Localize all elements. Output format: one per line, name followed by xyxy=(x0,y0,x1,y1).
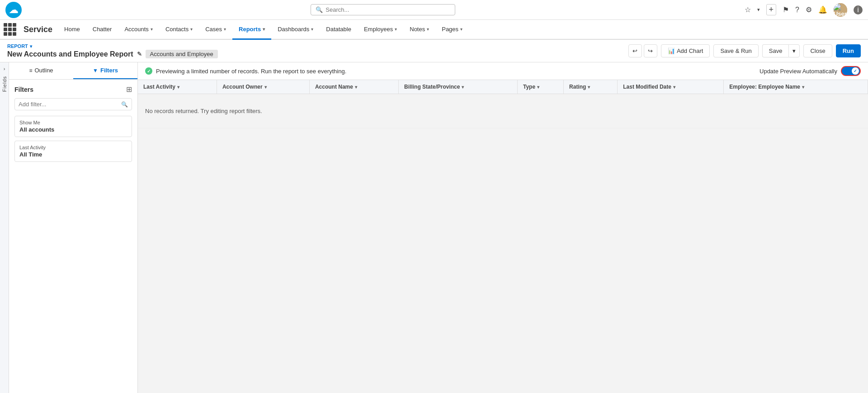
chart-icon: 📊 xyxy=(668,47,675,54)
nav-item-chatter[interactable]: Chatter xyxy=(86,20,118,40)
nav-bar: Service Home Chatter Accounts ▾ Contacts… xyxy=(0,20,868,40)
report-header-right: ↩ ↪ 📊 Add Chart Save & Run Save ▾ Close … xyxy=(628,44,861,57)
info-icon[interactable]: i xyxy=(854,5,863,14)
filter-value-last-activity: All Time xyxy=(19,151,127,158)
table-row-empty: No records returned. Try editing report … xyxy=(138,94,868,128)
nav-item-cases[interactable]: Cases ▾ xyxy=(199,20,232,40)
add-chart-button[interactable]: 📊 Add Chart xyxy=(661,44,710,57)
save-button-group: Save ▾ xyxy=(762,44,800,57)
preview-text: ✓ Previewing a limited number of records… xyxy=(145,67,346,75)
col-last-modified-date: Last Modified Date ▾ xyxy=(618,80,724,94)
nav-item-dashboards[interactable]: Dashboards ▾ xyxy=(271,20,320,40)
report-header: REPORT ▾ New Accounts and Employee Repor… xyxy=(0,40,868,62)
col-type: Type ▾ xyxy=(517,80,563,94)
col-billing-state: Billing State/Province ▾ xyxy=(399,80,518,94)
report-label: REPORT ▾ xyxy=(7,43,218,49)
toggle-knob: ✓ xyxy=(852,67,859,75)
avatar[interactable] xyxy=(834,3,847,17)
run-button[interactable]: Run xyxy=(836,44,861,57)
redo-button[interactable]: ↪ xyxy=(644,44,657,57)
add-filter-input[interactable] xyxy=(19,101,119,108)
report-label-chevron-icon[interactable]: ▾ xyxy=(30,44,32,49)
filter-item-show-me[interactable]: Show Me All accounts xyxy=(14,116,132,137)
chevron-down-icon[interactable]: ▾ xyxy=(757,7,760,13)
col-type-arrow-icon[interactable]: ▾ xyxy=(537,85,539,90)
question-icon[interactable]: ? xyxy=(795,6,799,14)
col-account-owner-arrow-icon[interactable]: ▾ xyxy=(264,85,267,90)
star-icon[interactable]: ☆ xyxy=(745,5,751,14)
col-rating-arrow-icon[interactable]: ▾ xyxy=(588,85,590,90)
nav-item-notes[interactable]: Notes ▾ xyxy=(403,20,435,40)
nav-item-accounts[interactable]: Accounts ▾ xyxy=(118,20,159,40)
edit-icon[interactable]: ✎ xyxy=(137,51,142,57)
side-toggle[interactable]: › Fields xyxy=(0,62,9,393)
notes-chevron-icon: ▾ xyxy=(427,27,429,32)
tab-filters[interactable]: ▼ Filters xyxy=(73,62,137,79)
add-icon[interactable]: + xyxy=(766,4,777,15)
side-toggle-label: Fields xyxy=(2,76,7,92)
filter-item-last-activity[interactable]: Last Activity All Time xyxy=(14,141,132,162)
bell-icon[interactable]: 🔔 xyxy=(818,5,827,14)
col-account-name: Account Name ▾ xyxy=(309,80,398,94)
gear-icon[interactable]: ⚙ xyxy=(806,5,812,14)
col-employee-name-arrow-icon[interactable]: ▾ xyxy=(802,85,804,90)
salesforce-logo[interactable]: ☁ xyxy=(5,2,22,18)
top-bar: ☁ 🔍 ☆ ▾ + ⚑ ? ⚙ 🔔 i xyxy=(0,0,868,20)
logo-cloud-icon: ☁ xyxy=(9,5,18,15)
col-employee-name: Employee: Employee Name ▾ xyxy=(724,80,868,94)
save-button[interactable]: Save xyxy=(762,44,789,57)
no-records-message: No records returned. Try editing report … xyxy=(138,94,868,128)
col-billing-state-arrow-icon[interactable]: ▾ xyxy=(462,85,464,90)
nav-item-home[interactable]: Home xyxy=(58,20,86,40)
nav-item-employees[interactable]: Employees ▾ xyxy=(358,20,403,40)
filter-icon: ▼ xyxy=(93,67,98,74)
col-account-owner: Account Owner ▾ xyxy=(217,80,309,94)
col-last-activity: Last Activity ▾ xyxy=(138,80,217,94)
nav-item-pages[interactable]: Pages ▾ xyxy=(435,20,469,40)
accounts-chevron-icon: ▾ xyxy=(151,27,153,32)
nav-item-contacts[interactable]: Contacts ▾ xyxy=(159,20,199,40)
filter-label-last-activity: Last Activity xyxy=(19,145,127,150)
nav-item-reports[interactable]: Reports ▾ xyxy=(232,20,271,40)
flag-icon[interactable]: ⚑ xyxy=(783,5,789,14)
nav-item-datatable[interactable]: Datatable xyxy=(320,20,358,40)
undo-button[interactable]: ↩ xyxy=(628,44,642,57)
table-header-row: Last Activity ▾ Account Owner ▾ xyxy=(138,80,868,94)
close-button[interactable]: Close xyxy=(803,44,832,57)
col-last-activity-arrow-icon[interactable]: ▾ xyxy=(177,85,179,90)
outline-icon: ≡ xyxy=(29,67,32,74)
app-launcher-icon[interactable] xyxy=(4,23,16,36)
save-chevron-icon: ▾ xyxy=(793,47,796,54)
filter-add-button[interactable]: ⊞ xyxy=(126,85,132,94)
report-table: Last Activity ▾ Account Owner ▾ xyxy=(138,80,868,128)
add-filter-input-wrap[interactable]: 🔍 xyxy=(14,98,132,110)
col-last-modified-date-arrow-icon[interactable]: ▾ xyxy=(673,85,675,90)
save-run-button[interactable]: Save & Run xyxy=(713,44,758,57)
panel-tabs: ≡ Outline ▼ Filters xyxy=(9,62,137,80)
table-container: Last Activity ▾ Account Owner ▾ xyxy=(138,80,868,393)
main-content: › Fields ≡ Outline ▼ Filters Filters ⊞ 🔍 xyxy=(0,62,868,393)
add-filter-search-icon: 🔍 xyxy=(121,101,128,108)
search-icon: 🔍 xyxy=(316,6,323,13)
side-toggle-arrow-icon: › xyxy=(4,66,5,71)
filters-section: Filters ⊞ 🔍 Show Me All accounts Last Ac… xyxy=(9,80,137,393)
employees-chevron-icon: ▾ xyxy=(395,27,397,32)
nav-items: Home Chatter Accounts ▾ Contacts ▾ Cases… xyxy=(58,20,469,39)
col-account-name-arrow-icon[interactable]: ▾ xyxy=(355,85,357,90)
filter-value-show-me: All accounts xyxy=(19,126,127,133)
update-preview-toggle[interactable]: ✓ xyxy=(841,66,861,76)
tab-outline[interactable]: ≡ Outline xyxy=(9,62,73,79)
col-rating: Rating ▾ xyxy=(564,80,618,94)
filter-label-show-me: Show Me xyxy=(19,120,127,125)
reports-chevron-icon: ▾ xyxy=(263,27,265,32)
report-header-left: REPORT ▾ New Accounts and Employee Repor… xyxy=(7,43,218,58)
save-dropdown-button[interactable]: ▾ xyxy=(788,44,800,57)
right-content: ✓ Previewing a limited number of records… xyxy=(138,62,868,393)
search-box[interactable]: 🔍 xyxy=(311,4,455,15)
report-title: New Accounts and Employee Report ✎ Accou… xyxy=(7,50,218,58)
pages-chevron-icon: ▾ xyxy=(460,27,462,32)
contacts-chevron-icon: ▾ xyxy=(190,27,193,32)
filters-header: Filters ⊞ xyxy=(14,85,132,94)
top-bar-right-icons: ☆ ▾ + ⚑ ? ⚙ 🔔 i xyxy=(745,3,863,17)
search-input[interactable] xyxy=(326,6,450,13)
